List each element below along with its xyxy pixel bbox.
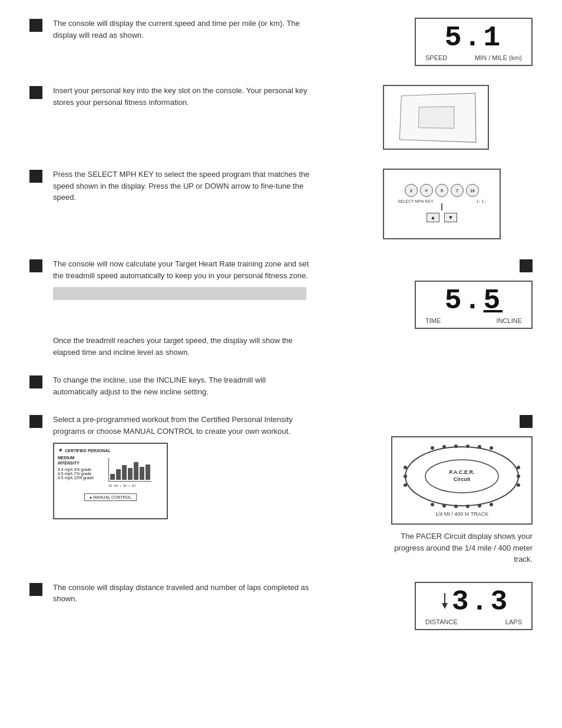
svg-point-9 (442, 504, 446, 508)
arrow-up[interactable]: ▲ (427, 213, 439, 222)
card-illustration-box (383, 85, 489, 150)
minmile-label: MIN / MILE (km) (475, 54, 522, 61)
bullet-4 (29, 259, 42, 272)
bullet-9 (29, 583, 42, 596)
intensity-subtitle: MEDIUM (58, 456, 105, 460)
intensity-illustration: ✦ CERTIFIED PERSONAL MEDIUM INTENSITY 5.… (53, 443, 168, 519)
bar-6 (140, 467, 144, 480)
bullet-3 (29, 170, 42, 183)
intensity-title: CERTIFIED PERSONAL (65, 449, 111, 453)
keypad-stem (441, 203, 442, 210)
time-label: TIME (425, 317, 441, 324)
section-7-text: Select a pre-programmed workout from the… (53, 414, 312, 437)
bullet-7 (29, 415, 42, 428)
svg-point-18 (517, 475, 520, 478)
svg-marker-23 (442, 603, 448, 609)
page: The console will display the current spe… (0, 0, 562, 728)
track-bottom-label: 1/4 MI / 400 M TRACK (435, 511, 488, 517)
bar-7 (146, 465, 150, 480)
speed-label: SPEED (425, 54, 447, 61)
keypad-illustration-box: 2 3• 5 7 10 SELECT MPH KEY 1↑ 1↓ ▲ ▼ (383, 169, 501, 239)
section-6-text: To change the incline, use the INCLINE k… (53, 374, 312, 397)
key-3: 3• (420, 184, 433, 197)
display-speed: 5.1 SPEED MIN / MILE (km) (415, 18, 533, 66)
intensity-bar-chart (108, 458, 151, 482)
display-distance-labels: DISTANCE LAPS (424, 618, 523, 625)
key-7: 7 (451, 184, 464, 197)
bullet-8 (520, 415, 533, 428)
intensity-row-3: 4.5 mph 10% grade (58, 476, 105, 480)
down-arrow-icon (438, 590, 452, 614)
display-time-incline: 5.5 TIME INCLINE (415, 281, 533, 329)
svg-point-7 (490, 446, 493, 450)
key-5: 5 (435, 184, 448, 197)
svg-point-14 (404, 466, 407, 469)
intensity-header: ✦ CERTIFIED PERSONAL (58, 447, 163, 453)
bar-2 (116, 469, 121, 480)
svg-text:P.A.C.E.R.: P.A.C.E.R. (449, 469, 475, 475)
svg-point-6 (478, 445, 481, 449)
bar-5 (134, 462, 138, 480)
svg-point-15 (404, 475, 407, 478)
svg-point-19 (517, 483, 520, 487)
bar-4 (128, 468, 133, 480)
digit-5b: 5 (483, 285, 503, 317)
svg-point-13 (490, 503, 493, 506)
axis-labels: 4050•30•20 (108, 484, 151, 487)
section-1-text: The console will display the current spe… (53, 18, 312, 41)
track-svg: P.A.C.E.R. Circuit (403, 444, 521, 509)
bar-1 (110, 474, 115, 480)
keypad-arrow-row: ▲ ▼ (395, 213, 488, 222)
manual-control-label: ● MANUAL CONTROL (84, 493, 137, 501)
track-illustration: P.A.C.E.R. Circuit 1/4 MI / 400 M TRACK (391, 436, 533, 525)
card-illustration (399, 93, 477, 143)
highlight-bar (53, 287, 306, 300)
key-2: 2 (405, 184, 418, 197)
incline-label: INCLINE (497, 317, 522, 324)
arrow-labels: 1↑ 1↓ (476, 199, 486, 203)
svg-point-4 (454, 444, 458, 448)
svg-point-10 (454, 505, 458, 508)
section-5-text: Once the treadmill reaches your target s… (53, 335, 312, 358)
dot: . (464, 285, 484, 317)
svg-point-16 (404, 483, 407, 487)
bullet-2 (29, 86, 42, 99)
section-4-text: The console will now calculate your Targ… (53, 258, 312, 281)
intensity-intensity-label: INTENSITY (58, 461, 105, 465)
display-time-value: 5.5 (445, 286, 503, 315)
digit-5: 5 (445, 285, 464, 317)
bullet-6 (29, 375, 42, 388)
select-mph-label: SELECT MPH KEY (398, 199, 434, 203)
display-time-labels: TIME INCLINE (424, 317, 523, 324)
distance-label: DISTANCE (425, 618, 458, 625)
svg-point-2 (431, 446, 434, 450)
intensity-row-2: 4.5 mph 7% grade (58, 472, 105, 476)
keypad-illustration: 2 3• 5 7 10 SELECT MPH KEY 1↑ 1↓ ▲ ▼ (392, 180, 492, 228)
display-distance-laps: 3.3 DISTANCE LAPS (415, 582, 533, 630)
svg-text:Circuit: Circuit (454, 476, 471, 482)
laps-label: LAPS (505, 618, 522, 625)
bullet-1 (29, 19, 42, 32)
svg-point-17 (517, 466, 520, 469)
section-9-text: The console will display distance travel… (53, 582, 312, 605)
svg-point-8 (431, 503, 434, 506)
section-2-text: Insert your personal key into the key sl… (53, 85, 312, 108)
display-speed-labels: SPEED MIN / MILE (km) (424, 54, 523, 61)
display-speed-value: 5.1 (445, 24, 503, 52)
intensity-row-1: 5.4 mph 3% grade (58, 467, 105, 472)
arrow-down[interactable]: ▼ (444, 213, 457, 222)
keypad-label-row: SELECT MPH KEY 1↑ 1↓ (395, 199, 488, 203)
bar-3 (122, 465, 127, 480)
section-3-text: Press the SELECT MPH KEY to select the s… (53, 169, 312, 203)
key-10: 10 (466, 184, 479, 197)
display-distance-value: 3.3 (452, 588, 510, 616)
svg-point-11 (466, 505, 470, 508)
svg-point-3 (442, 445, 446, 449)
svg-point-12 (478, 504, 481, 508)
section-8-text: The PACER Circuit display shows your pro… (391, 531, 533, 565)
svg-point-5 (466, 444, 470, 448)
track-illustration-wrapper: P.A.C.E.R. Circuit 1/4 MI / 400 M TRACK (391, 436, 533, 525)
bullet-5 (520, 259, 533, 272)
